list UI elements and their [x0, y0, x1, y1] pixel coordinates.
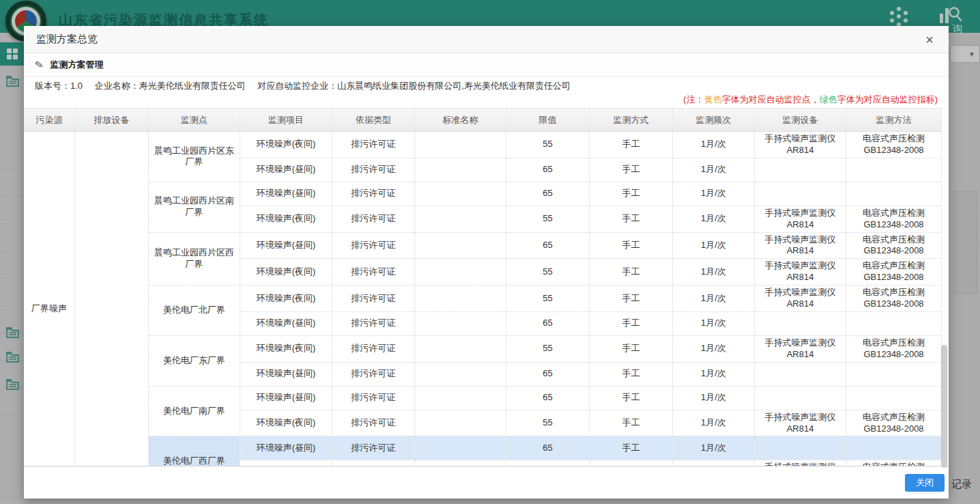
monitor-frequency-cell: 1月/次	[673, 132, 755, 158]
monitor-point-cell: 晨鸣工业园西片区南厂界	[149, 182, 240, 232]
standard-name-cell	[415, 335, 506, 362]
monitor-device-cell	[755, 158, 846, 182]
monitor-method-cell: 电容式声压检测 GB12348-2008	[846, 132, 942, 158]
column-header: 监测方式	[590, 109, 673, 132]
monitor-item-cell: 环境噪声(昼间)	[240, 158, 332, 182]
monitor-method-cell	[846, 386, 942, 410]
vertical-scrollbar-thumb[interactable]	[941, 345, 947, 468]
column-header: 监测方法	[846, 109, 942, 132]
monitor-mode-cell: 手工	[590, 436, 673, 460]
monitor-mode-cell: 手工	[590, 158, 673, 182]
monitor-device-cell	[755, 362, 846, 386]
monitor-mode-cell: 手工	[590, 335, 673, 362]
monitor-frequency-cell: 1月/次	[673, 436, 755, 460]
basis-type-cell: 排污许可证	[332, 182, 415, 206]
column-header: 依据类型	[332, 109, 415, 132]
standard-name-cell	[415, 460, 506, 466]
monitor-point-cell: 美伦电厂南厂界	[149, 386, 240, 436]
standard-name-cell	[415, 285, 506, 312]
standard-name-cell	[415, 132, 506, 158]
monitor-frequency-cell: 1月/次	[673, 362, 755, 386]
close-button[interactable]: 关闭	[905, 474, 945, 492]
pen-icon: ✎	[34, 58, 45, 72]
monitor-item-cell: 环境噪声(昼间)	[240, 311, 332, 335]
monitor-method-cell: 电容式声压检测 GB12348-2008	[846, 206, 942, 232]
monitor-mode-cell: 手工	[590, 362, 673, 386]
monitor-item-cell: 环境噪声(夜间)	[240, 335, 332, 362]
monitor-mode-cell: 手工	[590, 311, 673, 335]
monitor-device-cell: 手持式噪声监测仪 AR814	[755, 259, 846, 285]
table-row[interactable]: 晨鸣工业园西片区西厂界环境噪声(昼间)排污许可证65手工1月/次手持式噪声监测仪…	[24, 232, 942, 259]
monitor-item-cell: 环境噪声(夜间)	[240, 460, 332, 466]
plan-info: 版本号：1.0 企业名称：寿光美伦纸业有限责任公司 对应自动监控企业：山东晨鸣纸…	[24, 76, 949, 108]
monitor-item-cell: 环境噪声(夜间)	[240, 132, 332, 158]
monitor-device-cell	[755, 182, 846, 206]
monitor-mode-cell: 手工	[590, 259, 673, 285]
monitor-method-cell	[846, 362, 942, 386]
monitor-frequency-cell: 1月/次	[673, 410, 755, 436]
monitor-mode-cell: 手工	[590, 206, 673, 232]
monitor-mode-cell: 手工	[590, 232, 673, 259]
note-prefix: (注：	[683, 94, 704, 104]
standard-name-cell	[415, 311, 506, 335]
monitor-frequency-cell: 1月/次	[673, 285, 755, 312]
pollution-source-cell: 厂界噪声	[24, 132, 75, 466]
color-note: (注：黄色字体为对应自动监控点，绿色字体为对应自动监控指标)	[35, 94, 938, 106]
limit-value-cell: 65	[506, 311, 590, 335]
monitor-method-cell	[846, 311, 942, 335]
monitor-device-cell: 手持式噪声监测仪 AR814	[755, 132, 846, 158]
monitor-point-cell: 美伦电厂东厂界	[149, 335, 240, 386]
basis-type-cell: 排污许可证	[332, 285, 415, 312]
monitor-device-cell: 手持式噪声监测仪 AR814	[755, 232, 846, 259]
close-icon[interactable]: ×	[923, 31, 936, 48]
company-value: 寿光美伦纸业有限责任公司	[139, 81, 246, 91]
column-header: 排放设备	[75, 109, 149, 132]
table-body: 厂界噪声晨鸣工业园西片区东厂界环境噪声(夜间)排污许可证55手工1月/次手持式噪…	[24, 132, 942, 466]
table-row[interactable]: 厂界噪声晨鸣工业园西片区东厂界环境噪声(夜间)排污许可证55手工1月/次手持式噪…	[24, 132, 942, 158]
monitor-mode-cell: 手工	[590, 182, 673, 206]
monitor-device-cell	[755, 386, 846, 410]
company-label: 企业名称：	[95, 81, 139, 91]
modal-footer: 关闭	[24, 466, 949, 499]
monitor-frequency-cell: 1月/次	[673, 182, 755, 206]
monitor-mode-cell: 手工	[590, 410, 673, 436]
limit-value-cell: 55	[506, 259, 590, 285]
basis-type-cell: 排污许可证	[332, 335, 415, 362]
standard-name-cell	[415, 410, 506, 436]
basis-type-cell: 排污许可证	[332, 436, 415, 460]
standard-name-cell	[415, 362, 506, 386]
limit-value-cell: 55	[506, 335, 590, 362]
monitor-frequency-cell: 1月/次	[673, 335, 755, 362]
monitor-item-cell: 环境噪声(昼间)	[240, 362, 332, 386]
column-header: 污染源	[24, 109, 75, 132]
basis-type-cell: 排污许可证	[332, 460, 415, 466]
section-header: ✎ 监测方案管理	[24, 53, 949, 76]
plan-info-line: 版本号：1.0 企业名称：寿光美伦纸业有限责任公司 对应自动监控企业：山东晨鸣纸…	[35, 80, 938, 92]
table-row[interactable]: 美伦电厂南厂界环境噪声(昼间)排污许可证65手工1月/次	[24, 386, 942, 410]
monitor-item-cell: 环境噪声(昼间)	[240, 436, 332, 460]
limit-value-cell: 55	[506, 206, 590, 232]
auto-company-label: 对应自动监控企业：	[257, 81, 337, 91]
table-row[interactable]: 晨鸣工业园西片区南厂界环境噪声(昼间)排污许可证65手工1月/次	[24, 182, 942, 206]
limit-value-cell: 65	[506, 436, 590, 460]
monitoring-table: 污染源排放设备监测点监测项目依据类型标准名称限值监测方式监测频次监测设备监测方法…	[24, 108, 942, 466]
monitor-frequency-cell: 1月/次	[673, 386, 755, 410]
column-header: 限值	[506, 109, 590, 132]
basis-type-cell: 排污许可证	[332, 158, 415, 182]
monitor-mode-cell: 手工	[590, 285, 673, 312]
table-row[interactable]: 美伦电厂北厂界环境噪声(夜间)排污许可证55手工1月/次手持式噪声监测仪 AR8…	[24, 285, 942, 312]
standard-name-cell	[415, 386, 506, 410]
table-row[interactable]: 美伦电厂西厂界环境噪声(昼间)排污许可证65手工1月/次	[24, 436, 942, 460]
monitor-item-cell: 环境噪声(昼间)	[240, 386, 332, 410]
note-mid: 字体为对应自动监控点，	[722, 94, 820, 104]
monitor-item-cell: 环境噪声(夜间)	[240, 285, 332, 312]
limit-value-cell: 65	[506, 386, 590, 410]
standard-name-cell	[415, 259, 506, 285]
monitoring-plan-modal: 监测方案总览 × ✎ 监测方案管理 版本号：1.0 企业名称：寿光美伦纸业有限责…	[24, 26, 949, 499]
monitor-item-cell: 环境噪声(夜间)	[240, 259, 332, 285]
table-row[interactable]: 美伦电厂东厂界环境噪声(夜间)排污许可证55手工1月/次手持式噪声监测仪 AR8…	[24, 335, 942, 362]
table-area: 污染源排放设备监测点监测项目依据类型标准名称限值监测方式监测频次监测设备监测方法…	[24, 108, 949, 466]
standard-name-cell	[415, 158, 506, 182]
basis-type-cell: 排污许可证	[332, 259, 415, 285]
monitor-device-cell	[755, 311, 846, 335]
